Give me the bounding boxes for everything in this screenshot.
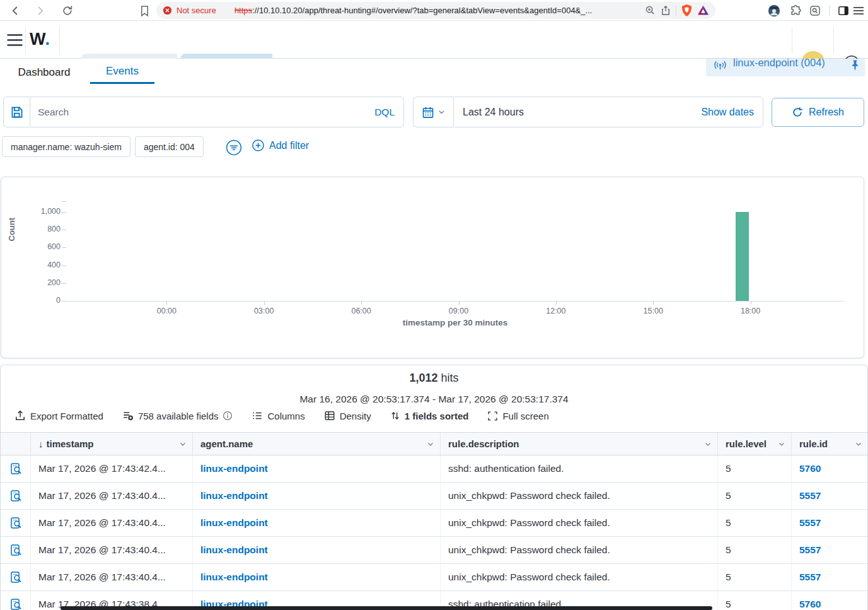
x-tick-12:00: 12:00 — [537, 307, 575, 315]
filter-pill-0[interactable]: manager.name: wazuh-siem — [2, 136, 130, 157]
agent-selector[interactable]: linux-endpoint (004) — [706, 59, 865, 76]
page-zoom-icon[interactable] — [645, 5, 656, 16]
chevron-down-icon — [437, 108, 446, 116]
column-header-rule.id[interactable]: rule.id — [792, 433, 868, 455]
inspect-document-icon — [9, 598, 22, 610]
address-bar[interactable]: Not secure https://10.10.10.20/app/threa… — [156, 2, 715, 19]
histogram-bar-17:30[interactable] — [736, 212, 749, 301]
cell-rule-level: 5 — [718, 564, 792, 590]
tab-dashboard[interactable]: Dashboard — [11, 61, 78, 84]
expand-row-button[interactable] — [1, 455, 31, 482]
cell-agent-name[interactable]: linux-endpoint — [193, 510, 441, 536]
table-row: Mar 17, 2026 @ 17:43:40.4...linux-endpoi… — [1, 564, 868, 591]
pin-icon[interactable] — [850, 59, 860, 71]
beacon-icon — [712, 60, 728, 72]
sort-icon — [390, 411, 400, 421]
chevron-down-icon — [703, 440, 712, 449]
column-header-rule.level[interactable]: rule.level — [718, 433, 792, 455]
export-icon — [14, 410, 26, 421]
inspect-document-icon — [9, 490, 22, 502]
search-sidebar-icon[interactable] — [807, 3, 823, 18]
cell-timestamp: Mar 17, 2026 @ 17:43:40.4... — [31, 483, 193, 509]
cell-agent-name[interactable]: linux-endpoint — [193, 564, 441, 590]
bookmark-icon[interactable] — [137, 3, 152, 18]
histogram-chart: 02004006008001,00000:0003:0006:0009:0012… — [1, 177, 864, 358]
x-tick-15:00: 15:00 — [634, 307, 672, 315]
columns-icon — [252, 410, 263, 421]
fields-sorted-button[interactable]: 1 fields sorted — [390, 411, 469, 421]
cell-timestamp: Mar 17, 2026 @ 17:43:40.4... — [31, 537, 193, 563]
expand-row-button[interactable] — [1, 483, 31, 509]
cell-timestamp: Mar 17, 2026 @ 17:43:40.4... — [31, 510, 193, 536]
filter-pill-1[interactable]: agent.id: 004 — [135, 136, 204, 157]
show-dates-link[interactable]: Show dates — [701, 107, 754, 118]
expand-row-button[interactable] — [1, 510, 31, 536]
column-header-agent.name[interactable]: agent.name — [193, 433, 441, 455]
events-histogram-panel: Count 02004006008001,00000:0003:0006:000… — [1, 177, 864, 358]
density-button[interactable]: Density — [324, 410, 371, 421]
nav-menu-icon[interactable] — [5, 31, 24, 49]
date-picker-button[interactable] — [413, 97, 453, 127]
wazuh-logo[interactable]: W. — [30, 30, 50, 49]
extensions-icon[interactable] — [788, 3, 803, 18]
save-query-button[interactable] — [3, 97, 30, 127]
time-range-value[interactable]: Last 24 hours — [463, 107, 701, 118]
cell-rule-id[interactable]: 5557 — [792, 483, 868, 509]
columns-button[interactable]: Columns — [252, 410, 304, 421]
y-tick-200: 200 — [24, 278, 61, 287]
not-secure-label: Not secure — [176, 6, 216, 15]
table-row: Mar 17, 2026 @ 17:43:40.4...linux-endpoi… — [1, 483, 868, 510]
filter-pill-list: manager.name: wazuh-siemagent.id: 004 — [2, 136, 204, 157]
chevron-down-icon — [426, 440, 435, 449]
refresh-icon — [792, 107, 803, 118]
available-fields-button[interactable]: 758 available fields — [122, 410, 233, 421]
reload-icon[interactable] — [60, 3, 75, 18]
cell-agent-name[interactable]: linux-endpoint — [193, 455, 441, 482]
fields-icon — [122, 410, 134, 421]
fullscreen-icon — [487, 411, 498, 421]
query-language-button[interactable]: DQL — [366, 107, 403, 118]
share-icon[interactable] — [660, 5, 671, 16]
cell-agent-name[interactable]: linux-endpoint — [193, 537, 441, 563]
y-tick-400: 400 — [24, 261, 61, 269]
column-header-timestamp[interactable]: ↓timestamp — [31, 433, 193, 455]
cell-rule-level: 5 — [718, 510, 792, 536]
add-filter-button[interactable]: Add filter — [252, 139, 309, 151]
cell-timestamp: Mar 17, 2026 @ 17:43:40.4... — [31, 564, 193, 590]
inspect-document-icon — [9, 571, 22, 584]
search-input[interactable] — [30, 107, 366, 118]
cell-rule-description: unix_chkpwd: Password check failed. — [441, 537, 718, 563]
browser-profile-avatar[interactable] — [767, 3, 782, 18]
expand-row-button[interactable] — [1, 537, 31, 563]
cell-rule-id[interactable]: 5557 — [792, 564, 868, 590]
x-tick-18:00: 18:00 — [732, 307, 770, 315]
tab-events[interactable]: Events — [90, 61, 154, 84]
sidebar-toggle-icon[interactable] — [836, 3, 851, 18]
time-range-control[interactable]: Last 24 hours Show dates — [453, 97, 763, 127]
cell-rule-id[interactable]: 5760 — [792, 591, 868, 610]
cell-rule-id[interactable]: 5557 — [792, 537, 868, 563]
browser-menu-icon[interactable] — [851, 3, 866, 18]
full-screen-button[interactable]: Full screen — [487, 411, 548, 421]
refresh-button[interactable]: Refresh — [772, 98, 864, 127]
chevron-down-icon — [178, 440, 187, 449]
horizontal-scrollbar[interactable] — [61, 606, 712, 610]
forward-icon[interactable] — [33, 3, 48, 18]
density-icon — [324, 410, 335, 421]
plus-circle-icon — [252, 139, 264, 151]
expand-row-button[interactable] — [1, 564, 31, 590]
brave-rewards-icon[interactable] — [697, 5, 709, 16]
column-header-rule.description[interactable]: rule.description — [441, 433, 718, 455]
cell-rule-id[interactable]: 5557 — [792, 510, 868, 536]
brave-shield-icon[interactable] — [681, 4, 693, 17]
cell-rule-id[interactable]: 5760 — [792, 455, 868, 482]
export-formatted-button[interactable]: Export Formatted — [14, 410, 103, 421]
cell-rule-description: unix_chkpwd: Password check failed. — [441, 510, 718, 536]
cell-agent-name[interactable]: linux-endpoint — [193, 483, 441, 509]
back-icon[interactable] — [8, 3, 23, 18]
expand-row-button[interactable] — [1, 591, 31, 610]
hits-date-range: Mar 16, 2026 @ 20:53:17.374 - Mar 17, 20… — [1, 394, 867, 405]
datagrid-toolbar: Export Formatted 758 available fields Co… — [14, 410, 549, 421]
x-tick-03:00: 03:00 — [245, 307, 283, 315]
filter-options-icon[interactable] — [226, 139, 242, 156]
